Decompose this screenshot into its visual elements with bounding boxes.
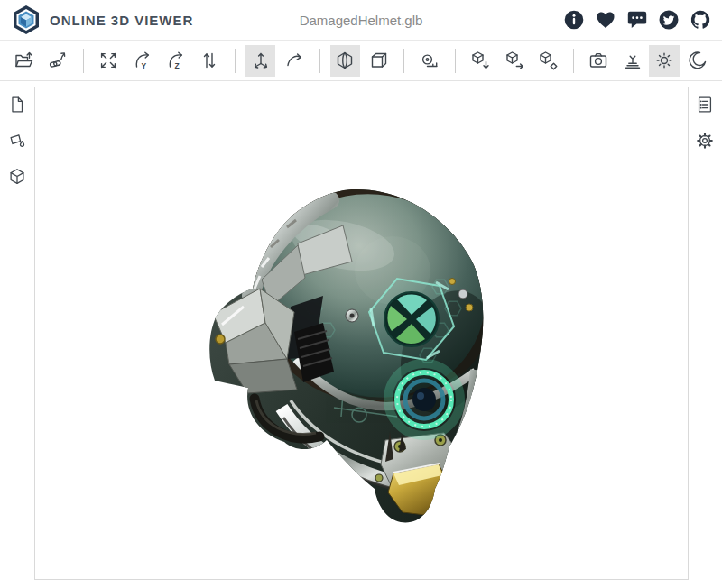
main-area: [0, 81, 722, 587]
app-logo[interactable]: ONLINE 3D VIEWER: [11, 5, 193, 35]
cube-logo-icon: [11, 5, 42, 35]
set-z-up-button[interactable]: Z: [161, 45, 190, 77]
app-title: ONLINE 3D VIEWER: [50, 13, 193, 28]
settings-panel-button[interactable]: [694, 130, 716, 152]
free-orbit-button[interactable]: [279, 45, 309, 77]
export-model-icon: [469, 50, 491, 71]
svg-text:Y: Y: [141, 61, 146, 70]
embed-model-button[interactable]: [532, 45, 562, 77]
open-url-icon: [47, 50, 69, 71]
share-model-icon: [504, 50, 525, 71]
app-header: ONLINE 3D VIEWER DamagedHelmet.glb: [0, 0, 722, 41]
header-social-links: [563, 9, 711, 31]
embed-model-icon: [537, 50, 559, 71]
dark-theme-button[interactable]: [683, 45, 713, 77]
viewer-canvas[interactable]: [34, 87, 689, 580]
dark-theme-icon: [687, 50, 708, 71]
fixed-up-vector-button[interactable]: [245, 45, 275, 77]
meshes-icon: [7, 167, 27, 187]
details-panel-button[interactable]: [694, 94, 716, 115]
set-y-up-button[interactable]: Y: [127, 45, 157, 77]
materials-panel-button[interactable]: [6, 130, 28, 152]
open-url-button[interactable]: [42, 45, 72, 77]
fit-to-window-button[interactable]: [94, 45, 124, 77]
toolbar-separator: [403, 49, 404, 73]
heart-icon[interactable]: [595, 9, 616, 31]
meshes-panel-button[interactable]: [6, 166, 28, 188]
orthographic-camera-button[interactable]: [364, 45, 393, 77]
measure-icon: [419, 50, 440, 71]
toolbar-separator: [319, 49, 320, 73]
open-file-icon: [14, 50, 35, 71]
right-panel: [688, 81, 722, 152]
twitter-icon[interactable]: [658, 9, 680, 31]
flip-up-vector-icon: [199, 50, 220, 71]
toolbar-separator: [455, 49, 456, 73]
toolbar-separator: [235, 49, 236, 73]
print-icon: [622, 50, 643, 71]
measure-button[interactable]: [414, 45, 444, 77]
set-y-up-icon: Y: [132, 50, 153, 71]
comment-icon[interactable]: [626, 9, 648, 31]
model-files-panel-button[interactable]: [6, 94, 28, 115]
github-icon[interactable]: [690, 9, 711, 31]
model-files-icon: [7, 95, 27, 115]
svg-text:Z: Z: [175, 61, 180, 70]
light-theme-button[interactable]: [649, 45, 679, 77]
snapshot-button[interactable]: [584, 45, 614, 77]
free-orbit-icon: [283, 50, 305, 71]
settings-gear-icon: [695, 131, 715, 151]
fit-to-window-icon: [97, 50, 119, 71]
details-icon: [695, 95, 715, 115]
share-model-button[interactable]: [499, 45, 529, 77]
left-panel: [0, 81, 34, 188]
fixed-up-vector-icon: [250, 50, 272, 71]
flip-up-vector-button[interactable]: [195, 45, 225, 77]
perspective-camera-button[interactable]: [330, 45, 360, 77]
print-button[interactable]: [617, 45, 647, 77]
snapshot-icon: [588, 50, 609, 71]
toolbar-separator: [83, 49, 84, 73]
toolbar-separator: [573, 49, 574, 73]
viewer-toolbar: Y Z: [0, 41, 722, 81]
light-theme-icon: [653, 50, 675, 71]
open-file-button[interactable]: [9, 45, 39, 77]
set-z-up-icon: Z: [165, 50, 187, 71]
orthographic-camera-icon: [368, 50, 390, 71]
materials-icon: [7, 131, 27, 151]
perspective-camera-icon: [334, 50, 356, 71]
info-icon[interactable]: [563, 9, 585, 31]
export-model-button[interactable]: [466, 45, 495, 77]
